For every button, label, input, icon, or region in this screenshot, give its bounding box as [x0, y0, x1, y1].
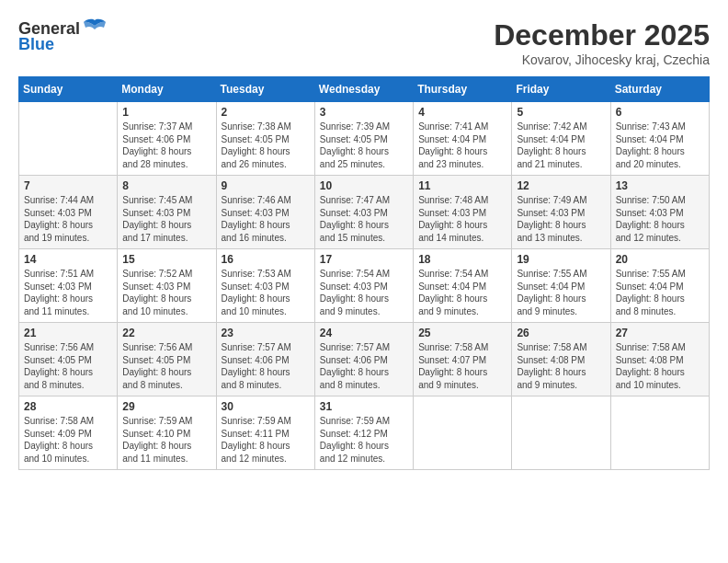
calendar-cell [610, 396, 709, 470]
calendar-cell: 9Sunrise: 7:46 AMSunset: 4:03 PMDaylight… [216, 176, 314, 249]
day-number: 18 [418, 253, 506, 266]
calendar-cell: 17Sunrise: 7:54 AMSunset: 4:03 PMDayligh… [314, 249, 413, 323]
day-number: 17 [320, 253, 408, 266]
calendar-cell: 18Sunrise: 7:54 AMSunset: 4:04 PMDayligh… [414, 249, 512, 323]
calendar-cell: 28Sunrise: 7:58 AMSunset: 4:09 PMDayligh… [19, 396, 118, 470]
day-info: Sunrise: 7:44 AMSunset: 4:03 PMDaylight:… [24, 194, 112, 244]
day-info: Sunrise: 7:59 AMSunset: 4:12 PMDaylight:… [320, 415, 408, 465]
calendar-cell: 11Sunrise: 7:48 AMSunset: 4:03 PMDayligh… [414, 176, 512, 249]
page-header: General Blue December 2025 Kovarov, Jiho… [18, 18, 710, 67]
day-info: Sunrise: 7:56 AMSunset: 4:05 PMDaylight:… [24, 341, 112, 391]
logo-blue-text: Blue [18, 35, 54, 54]
calendar-cell: 15Sunrise: 7:52 AMSunset: 4:03 PMDayligh… [118, 249, 216, 323]
calendar-cell: 30Sunrise: 7:59 AMSunset: 4:11 PMDayligh… [216, 396, 314, 470]
day-number: 27 [616, 327, 704, 339]
day-number: 20 [616, 253, 704, 266]
calendar-cell: 24Sunrise: 7:57 AMSunset: 4:06 PMDayligh… [314, 323, 413, 396]
day-number: 14 [24, 253, 112, 266]
day-number: 2 [222, 106, 310, 119]
month-title: December 2025 [494, 18, 710, 52]
day-info: Sunrise: 7:59 AMSunset: 4:10 PMDaylight:… [122, 415, 210, 465]
day-info: Sunrise: 7:41 AMSunset: 4:04 PMDaylight:… [418, 121, 506, 170]
day-number: 11 [418, 179, 506, 192]
day-info: Sunrise: 7:49 AMSunset: 4:03 PMDaylight:… [517, 194, 605, 244]
weekday-header-sunday: Sunday [19, 77, 118, 102]
calendar-cell [19, 102, 118, 176]
day-info: Sunrise: 7:50 AMSunset: 4:03 PMDaylight:… [616, 194, 704, 244]
calendar-table: SundayMondayTuesdayWednesdayThursdayFrid… [18, 76, 710, 470]
calendar-cell: 7Sunrise: 7:44 AMSunset: 4:03 PMDaylight… [19, 176, 118, 249]
calendar-cell: 26Sunrise: 7:58 AMSunset: 4:08 PMDayligh… [512, 323, 610, 396]
day-info: Sunrise: 7:38 AMSunset: 4:05 PMDaylight:… [222, 121, 310, 170]
weekday-header-saturday: Saturday [610, 77, 709, 102]
day-info: Sunrise: 7:47 AMSunset: 4:03 PMDaylight:… [320, 194, 408, 244]
location-subtitle: Kovarov, Jihocesky kraj, Czechia [494, 52, 710, 67]
day-info: Sunrise: 7:58 AMSunset: 4:09 PMDaylight:… [24, 415, 112, 465]
day-info: Sunrise: 7:58 AMSunset: 4:07 PMDaylight:… [418, 341, 506, 391]
calendar-cell: 3Sunrise: 7:39 AMSunset: 4:05 PMDaylight… [314, 102, 413, 176]
day-info: Sunrise: 7:46 AMSunset: 4:03 PMDaylight:… [222, 194, 310, 244]
day-info: Sunrise: 7:54 AMSunset: 4:04 PMDaylight:… [418, 268, 506, 317]
calendar-cell: 4Sunrise: 7:41 AMSunset: 4:04 PMDaylight… [414, 102, 512, 176]
day-info: Sunrise: 7:53 AMSunset: 4:03 PMDaylight:… [222, 268, 310, 317]
calendar-cell: 8Sunrise: 7:45 AMSunset: 4:03 PMDaylight… [118, 176, 216, 249]
calendar-cell: 23Sunrise: 7:57 AMSunset: 4:06 PMDayligh… [216, 323, 314, 396]
day-number: 1 [122, 106, 210, 119]
day-info: Sunrise: 7:57 AMSunset: 4:06 PMDaylight:… [222, 341, 310, 391]
day-number: 29 [122, 400, 210, 413]
calendar-cell: 6Sunrise: 7:43 AMSunset: 4:04 PMDaylight… [610, 102, 709, 176]
day-info: Sunrise: 7:45 AMSunset: 4:03 PMDaylight:… [122, 194, 210, 244]
title-area: December 2025 Kovarov, Jihocesky kraj, C… [494, 18, 710, 67]
day-number: 25 [418, 327, 506, 339]
weekday-header-monday: Monday [118, 77, 216, 102]
day-number: 30 [222, 400, 310, 413]
day-info: Sunrise: 7:43 AMSunset: 4:04 PMDaylight:… [616, 121, 704, 170]
calendar-cell: 5Sunrise: 7:42 AMSunset: 4:04 PMDaylight… [512, 102, 610, 176]
day-info: Sunrise: 7:52 AMSunset: 4:03 PMDaylight:… [122, 268, 210, 317]
weekday-header-thursday: Thursday [414, 77, 512, 102]
day-info: Sunrise: 7:59 AMSunset: 4:11 PMDaylight:… [222, 415, 310, 465]
day-info: Sunrise: 7:39 AMSunset: 4:05 PMDaylight:… [320, 121, 408, 170]
day-number: 15 [122, 253, 210, 266]
day-info: Sunrise: 7:37 AMSunset: 4:06 PMDaylight:… [122, 121, 210, 170]
calendar-cell: 10Sunrise: 7:47 AMSunset: 4:03 PMDayligh… [314, 176, 413, 249]
day-info: Sunrise: 7:56 AMSunset: 4:05 PMDaylight:… [122, 341, 210, 391]
day-number: 4 [418, 106, 506, 119]
day-number: 22 [122, 327, 210, 339]
calendar-cell: 20Sunrise: 7:55 AMSunset: 4:04 PMDayligh… [610, 249, 709, 323]
calendar-cell [512, 396, 610, 470]
day-number: 12 [517, 179, 605, 192]
day-number: 24 [320, 327, 408, 339]
day-number: 7 [24, 179, 112, 192]
day-number: 16 [222, 253, 310, 266]
calendar-cell: 16Sunrise: 7:53 AMSunset: 4:03 PMDayligh… [216, 249, 314, 323]
day-number: 3 [320, 106, 408, 119]
calendar-cell: 31Sunrise: 7:59 AMSunset: 4:12 PMDayligh… [314, 396, 413, 470]
logo-bird-icon [82, 18, 108, 39]
day-info: Sunrise: 7:55 AMSunset: 4:04 PMDaylight:… [616, 268, 704, 317]
day-number: 31 [320, 400, 408, 413]
calendar-cell: 2Sunrise: 7:38 AMSunset: 4:05 PMDaylight… [216, 102, 314, 176]
day-number: 28 [24, 400, 112, 413]
day-info: Sunrise: 7:57 AMSunset: 4:06 PMDaylight:… [320, 341, 408, 391]
day-number: 13 [616, 179, 704, 192]
day-info: Sunrise: 7:58 AMSunset: 4:08 PMDaylight:… [616, 341, 704, 391]
weekday-header-friday: Friday [512, 77, 610, 102]
day-number: 8 [122, 179, 210, 192]
weekday-header-tuesday: Tuesday [216, 77, 314, 102]
calendar-cell: 29Sunrise: 7:59 AMSunset: 4:10 PMDayligh… [118, 396, 216, 470]
day-info: Sunrise: 7:58 AMSunset: 4:08 PMDaylight:… [517, 341, 605, 391]
day-number: 21 [24, 327, 112, 339]
logo: General Blue [18, 18, 108, 54]
day-info: Sunrise: 7:48 AMSunset: 4:03 PMDaylight:… [418, 194, 506, 244]
calendar-cell: 25Sunrise: 7:58 AMSunset: 4:07 PMDayligh… [414, 323, 512, 396]
calendar-cell: 14Sunrise: 7:51 AMSunset: 4:03 PMDayligh… [19, 249, 118, 323]
day-number: 23 [222, 327, 310, 339]
calendar-cell: 1Sunrise: 7:37 AMSunset: 4:06 PMDaylight… [118, 102, 216, 176]
calendar-cell: 13Sunrise: 7:50 AMSunset: 4:03 PMDayligh… [610, 176, 709, 249]
day-info: Sunrise: 7:54 AMSunset: 4:03 PMDaylight:… [320, 268, 408, 317]
day-number: 10 [320, 179, 408, 192]
day-number: 26 [517, 327, 605, 339]
day-number: 9 [222, 179, 310, 192]
day-number: 19 [517, 253, 605, 266]
